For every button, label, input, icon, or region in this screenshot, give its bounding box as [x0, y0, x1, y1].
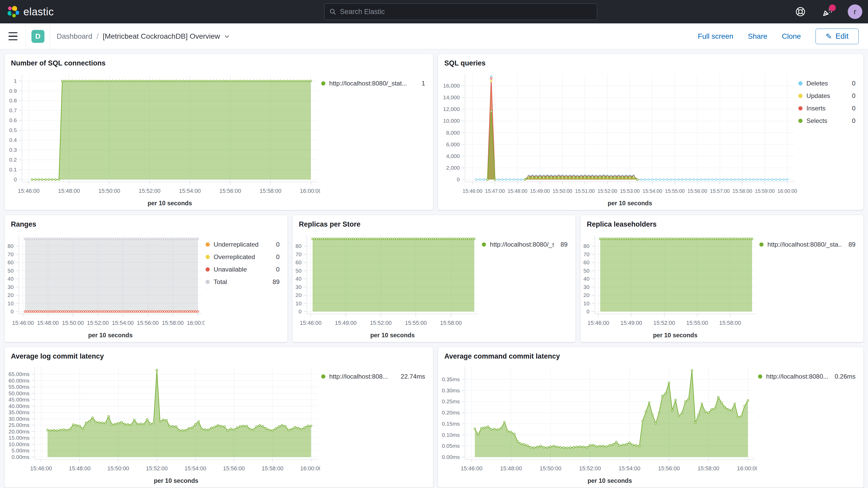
search-icon: [329, 8, 336, 15]
page-title[interactable]: [Metricbeat CockroachDB] Overview: [103, 32, 230, 40]
space-badge[interactable]: D: [31, 30, 44, 43]
legend-color-dot: [206, 280, 210, 284]
svg-text:10: 10: [583, 300, 589, 306]
avatar[interactable]: r: [848, 4, 862, 19]
clone-button[interactable]: Clone: [782, 32, 801, 40]
legend-item[interactable]: Underreplicated0: [206, 241, 280, 248]
svg-text:15:55:00: 15:55:00: [405, 320, 427, 326]
svg-text:15:58:00: 15:58:00: [162, 320, 184, 326]
legend-label: Inserts: [806, 105, 845, 112]
svg-text:0.20ms: 0.20ms: [442, 409, 460, 416]
svg-text:0.25ms: 0.25ms: [442, 398, 460, 404]
sql-connections-chart[interactable]: 15:46:0015:48:0015:50:0015:52:0015:54:00…: [7, 68, 320, 209]
svg-text:1: 1: [14, 78, 17, 84]
svg-text:5.00ms: 5.00ms: [12, 448, 30, 453]
panel-replica-leaseholders: Replica leaseholders 15:46:0015:49:0015:…: [581, 215, 863, 342]
panel-title: Replicas per Store: [299, 220, 576, 228]
elastic-logo-icon: [7, 6, 19, 18]
legend-item[interactable]: Deletes0: [798, 80, 856, 87]
global-search[interactable]: [324, 3, 597, 20]
svg-text:0.00ms: 0.00ms: [442, 454, 460, 460]
legend-item[interactable]: http://localhost:808...22.74ms: [321, 373, 425, 380]
legend-item[interactable]: http://localhost:8080...0.26ms: [758, 373, 856, 380]
ranges-chart[interactable]: 15:46:0015:48:0015:50:0015:52:0015:54:00…: [7, 229, 205, 341]
svg-text:0.00ms: 0.00ms: [12, 454, 30, 460]
svg-text:15:48:00: 15:48:00: [507, 188, 527, 194]
chevron-down-icon: [224, 33, 230, 39]
svg-text:20: 20: [296, 292, 302, 298]
legend-item[interactable]: Total89: [206, 278, 280, 285]
chart-legend: Underreplicated0Overreplicated0Unavailab…: [205, 229, 286, 341]
svg-text:15:46:00: 15:46:00: [461, 465, 482, 471]
search-input[interactable]: [340, 8, 592, 16]
svg-text:20: 20: [7, 292, 13, 298]
legend-item[interactable]: Inserts0: [798, 105, 856, 112]
command-commit-latency-chart[interactable]: 15:46:0015:48:0015:50:0015:52:0015:54:00…: [440, 361, 757, 486]
svg-text:15:49:00: 15:49:00: [620, 320, 642, 326]
svg-text:0.2: 0.2: [9, 157, 17, 163]
svg-text:15:46:00: 15:46:00: [12, 320, 34, 326]
legend-item[interactable]: Selects0: [798, 117, 856, 124]
legend-color-dot: [321, 374, 326, 378]
log-commit-latency-chart[interactable]: 15:46:0015:48:0015:50:0015:52:0015:54:00…: [7, 361, 320, 486]
breadcrumb-dashboard-link[interactable]: Dashboard: [57, 32, 92, 40]
help-icon[interactable]: [794, 5, 807, 19]
svg-text:15.00ms: 15.00ms: [8, 435, 30, 441]
breadcrumb: Dashboard / [Metricbeat CockroachDB] Ove…: [57, 32, 230, 41]
svg-text:10: 10: [296, 300, 302, 306]
svg-text:30: 30: [7, 284, 13, 290]
legend-item[interactable]: Unavailable0: [206, 266, 280, 273]
legend-color-dot: [798, 94, 803, 98]
legend-item[interactable]: Updates0: [798, 92, 856, 99]
legend-label: http://localhost:8080/_sta...: [768, 241, 842, 248]
legend-label: http://localhost:8080/_sta...: [490, 241, 554, 248]
svg-text:16:00:00: 16:00:00: [300, 188, 320, 194]
svg-text:15:52:00: 15:52:00: [370, 320, 392, 326]
svg-text:15:48:00: 15:48:00: [58, 188, 80, 194]
panel-title: SQL queries: [444, 59, 863, 67]
share-button[interactable]: Share: [748, 32, 768, 40]
legend-item[interactable]: http://localhost:8080/_sta...89: [482, 241, 567, 248]
legend-color-dot: [798, 119, 803, 123]
panel-command-commit-latency: Average command commit latency 15:46:001…: [438, 347, 863, 487]
svg-text:0.05ms: 0.05ms: [442, 443, 460, 449]
dashboard-content: Number of SQL connections 15:46:0015:48:…: [0, 49, 868, 487]
elastic-brand[interactable]: elastic: [7, 6, 54, 18]
legend-item[interactable]: http://localhost:8080/_stat...1: [321, 80, 425, 87]
svg-text:0: 0: [14, 177, 17, 182]
svg-text:0.8: 0.8: [9, 97, 17, 103]
svg-text:55.00ms: 55.00ms: [8, 384, 30, 390]
panel-sql-connections: Number of SQL connections 15:46:0015:48:…: [5, 54, 433, 210]
svg-text:per 10 seconds: per 10 seconds: [653, 332, 698, 339]
edit-button[interactable]: ✎ Edit: [815, 29, 859, 44]
sql-queries-chart[interactable]: 15:46:0015:47:0015:48:0015:49:0015:50:00…: [440, 68, 797, 209]
panel-title: Ranges: [11, 220, 287, 228]
svg-text:40.00ms: 40.00ms: [8, 403, 30, 409]
replica-leaseholders-chart[interactable]: 15:46:0015:49:0015:52:0015:55:0015:58:00…: [583, 229, 758, 341]
legend-item[interactable]: Overreplicated0: [206, 253, 280, 261]
newsfeed-icon[interactable]: [821, 5, 834, 19]
svg-text:15:50:00: 15:50:00: [539, 465, 561, 471]
legend-item[interactable]: http://localhost:8080/_sta...89: [760, 241, 856, 248]
svg-text:16,000: 16,000: [443, 83, 460, 89]
legend-label: Overreplicated: [214, 253, 270, 261]
panel-replicas-per-store: Replicas per Store 15:46:0015:49:0015:52…: [292, 215, 576, 342]
space-initial: D: [35, 32, 40, 40]
replicas-per-store-chart[interactable]: 15:46:0015:49:0015:52:0015:55:0015:58:00…: [295, 229, 481, 341]
svg-text:0.1: 0.1: [9, 166, 17, 173]
legend-value: 0.26ms: [835, 373, 856, 380]
full-screen-button[interactable]: Full screen: [698, 32, 733, 40]
svg-text:0: 0: [299, 308, 302, 314]
svg-text:15:54:00: 15:54:00: [185, 465, 206, 471]
svg-text:15:52:00: 15:52:00: [139, 188, 161, 194]
svg-text:70: 70: [583, 251, 589, 257]
svg-text:10.00ms: 10.00ms: [8, 441, 30, 447]
panel-title: Number of SQL connections: [11, 59, 433, 67]
notification-dot: [829, 4, 836, 11]
svg-text:70: 70: [296, 251, 302, 257]
svg-text:60: 60: [7, 259, 13, 265]
svg-text:15:58:00: 15:58:00: [719, 320, 741, 326]
svg-text:15:49:00: 15:49:00: [530, 188, 550, 194]
menu-icon[interactable]: [0, 23, 26, 49]
svg-text:15:58:00: 15:58:00: [698, 465, 719, 471]
